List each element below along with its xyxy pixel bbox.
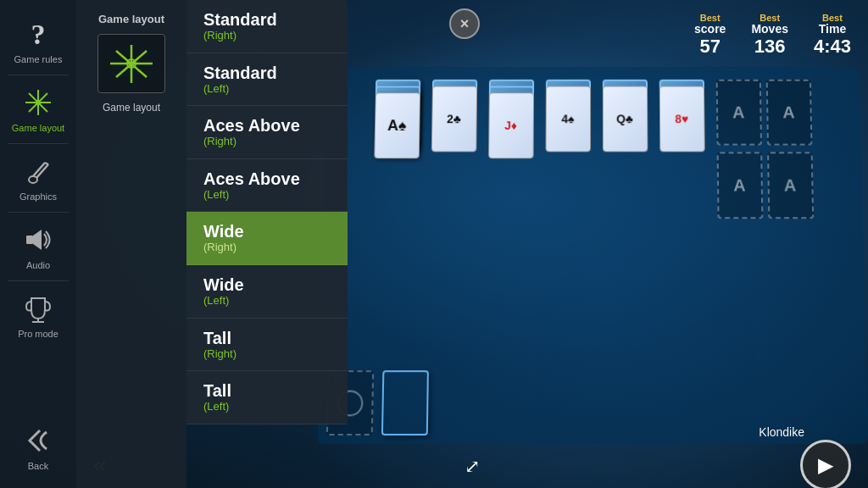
panel-title: Game layout [98,13,164,25]
card-stack-5: Q♣ [602,80,654,212]
menu-item-sub-6: (Right) [203,347,331,361]
back-icon [21,424,55,458]
score-label: score [694,23,726,36]
card-face-3: J♦ [488,92,534,158]
moves-label: Moves [751,23,788,36]
play-button[interactable]: ▶ [800,440,851,489]
menu-item-sub-0: (Right) [203,29,331,42]
sidebar-label-game-rules: Game rules [14,54,63,64]
ace-slot-3: A [716,152,763,219]
card-face-2: 2♣ [431,86,476,152]
menu-item-sub-5: (Left) [203,294,331,308]
divider-4 [8,280,69,281]
layout-dropdown-menu: Standard (Right) Standard (Left) Aces Ab… [186,0,348,424]
expand-icon: ⤢ [465,456,480,477]
card-face-1: A♠ [374,92,420,158]
game-name-label: Klondike [759,425,804,439]
question-mark-icon: ? [21,17,55,51]
menu-item-sub-3: (Left) [203,188,331,202]
menu-item-aces-above-right[interactable]: Aces Above (Right) [186,106,348,159]
card-stack-4: 4♠ [545,80,598,212]
menu-item-main-2: Aces Above [203,116,331,135]
game-layout-panel: Game layout Game layout [76,0,186,488]
stats-bar: Best score 57 Best Moves 136 Best Time 4… [694,13,851,58]
panel-subtitle: Game layout [103,102,160,114]
sidebar: ? Game rules Game layout [0,0,76,488]
svg-point-5 [36,100,41,105]
sidebar-label-audio: Audio [26,260,50,270]
ace-slot-2: A [765,80,812,146]
sidebar-item-game-rules[interactable]: ? Game rules [0,8,76,73]
card-table: A♠ 2♣ J♦ 4♠ Q♣ [317,67,868,444]
sidebar-item-pro-mode[interactable]: Pro mode [0,283,76,347]
menu-item-tall-right[interactable]: Tall (Right) [186,319,348,372]
menu-item-main-0: Standard [203,10,331,29]
menu-item-main-6: Tall [203,329,331,347]
compass-icon [21,86,55,119]
trophy-icon [21,291,55,325]
menu-item-main-4: Wide [203,222,331,241]
stat-time: Best Time 4:43 [814,13,851,58]
menu-item-wide-right[interactable]: Wide (Right) [186,212,348,265]
sidebar-bottom: Back [0,415,76,488]
cards-area: A♠ 2♣ J♦ 4♠ Q♣ [323,67,864,231]
menu-item-standard-right[interactable]: Standard (Right) [186,0,348,53]
close-icon: × [460,15,470,33]
divider-3 [8,212,69,213]
score-value: 57 [694,36,726,58]
ace-slot-1: A [715,80,761,146]
svg-rect-10 [26,236,33,244]
play-icon: ▶ [818,453,833,477]
ace-slots: A A A A [715,80,814,219]
card-face-5: Q♣ [602,86,648,152]
menu-item-wide-left[interactable]: Wide (Left) [186,265,348,319]
menu-item-tall-left[interactable]: Tall (Left) [186,371,348,424]
stat-score: Best score 57 [694,13,726,58]
game-area: Best score 57 Best Moves 136 Best Time 4… [348,0,868,488]
sidebar-label-game-layout: Game layout [12,123,64,133]
card-stack-2: 2♣ [430,80,483,212]
menu-item-main-5: Wide [203,275,331,294]
sidebar-item-game-layout[interactable]: Game layout [0,77,76,141]
speaker-icon [21,223,55,257]
divider-1 [8,75,69,75]
ace-row-1: A A [715,80,812,146]
svg-marker-11 [33,230,42,250]
panel-icon-box [97,34,165,93]
sidebar-item-audio[interactable]: Audio [0,214,76,279]
time-label: Time [814,23,851,36]
sidebar-label-graphics: Graphics [19,191,57,202]
svg-line-9 [45,163,48,164]
ace-slot-4: A [767,152,814,219]
svg-text:?: ? [31,19,46,50]
menu-item-sub-4: (Right) [203,241,331,254]
menu-item-main-3: Aces Above [203,169,331,188]
sidebar-item-back[interactable]: Back [0,415,76,480]
divider-2 [8,143,69,144]
sidebar-label-pro-mode: Pro mode [18,329,58,339]
menu-item-standard-left[interactable]: Standard (Left) [186,53,348,107]
deck-card [381,370,429,435]
expand-button[interactable]: ⤢ [465,456,480,478]
menu-item-sub-2: (Right) [203,135,331,148]
menu-item-sub-1: (Left) [203,82,331,96]
card-face-4: 4♠ [545,86,591,152]
sidebar-label-back: Back [28,461,48,471]
stat-moves: Best Moves 136 [751,13,788,58]
brush-icon [21,154,55,188]
menu-item-aces-above-left[interactable]: Aces Above (Left) [186,159,348,213]
ace-row-2: A A [716,152,814,219]
moves-value: 136 [751,36,788,58]
bottom-bar: « ⤢ ▶ [76,441,868,488]
menu-item-sub-7: (Left) [203,400,331,413]
card-stack-1: A♠ [372,80,426,212]
sidebar-item-graphics[interactable]: Graphics [0,146,76,210]
card-stack-3: J♦ [487,80,541,212]
menu-item-main-1: Standard [203,64,331,82]
menu-item-main-7: Tall [203,381,331,400]
time-value: 4:43 [814,36,851,58]
card-face-6: 8♥ [659,86,704,152]
close-button[interactable]: × [449,8,480,39]
card-stack-6: 8♥ [659,80,712,212]
